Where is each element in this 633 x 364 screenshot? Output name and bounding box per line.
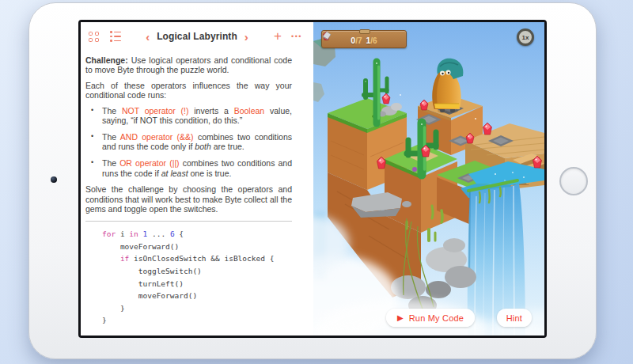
table-of-contents-icon[interactable]	[110, 31, 121, 42]
speed-button[interactable]: 1x	[517, 28, 534, 46]
code-line[interactable]: moveForward()	[102, 290, 292, 302]
page-title: Logical Labyrinth	[157, 31, 237, 42]
play-icon: ▶	[397, 314, 404, 322]
lesson-text: Challenge: Use logical operators and con…	[81, 51, 313, 327]
desktop-background: ‹ Logical Labyrinth › + ••• Challenge: U…	[0, 0, 633, 364]
gem-counter: 0/7	[351, 32, 362, 47]
ipad-frame: ‹ Logical Labyrinth › + ••• Challenge: U…	[28, 2, 597, 359]
operator-list: The NOT operator (!) inverts a Boolean v…	[85, 106, 292, 178]
toolbar: ‹ Logical Labyrinth › + •••	[81, 22, 313, 51]
code-line[interactable]: toggleSwitch()	[102, 265, 292, 278]
hint-button[interactable]: Hint	[497, 309, 532, 327]
app-screen: ‹ Logical Labyrinth › + ••• Challenge: U…	[78, 20, 547, 338]
operators-paragraph: Each of these operators influences the w…	[85, 81, 292, 100]
add-icon[interactable]: +	[274, 29, 282, 43]
lesson-panel: ‹ Logical Labyrinth › + ••• Challenge: U…	[81, 22, 313, 336]
code-editor[interactable]: for i in 1 ... 6 { moveForward() if isOn…	[102, 228, 292, 327]
chevron-right-icon[interactable]: ›	[244, 31, 248, 43]
bullet-not-operator: The NOT operator (!) inverts a Boolean v…	[85, 106, 292, 126]
run-my-code-button[interactable]: ▶ Run My Code	[386, 309, 475, 327]
chevron-left-icon[interactable]: ‹	[146, 31, 150, 43]
code-line[interactable]: if isOnClosedSwitch && isBlocked {	[102, 252, 292, 265]
code-line[interactable]: moveForward()	[102, 241, 292, 253]
bullet-and-operator: The AND operator (&&) combines two condi…	[85, 132, 292, 152]
grid-view-icon[interactable]	[89, 32, 99, 42]
progress-sign: 0/7 1/6	[321, 30, 407, 48]
switch-counter: 1/6	[366, 32, 377, 47]
code-line[interactable]: }	[102, 302, 292, 315]
solve-paragraph: Solve the challenge by choosing the oper…	[85, 184, 292, 214]
puzzle-world-canvas[interactable]: 0/7 1/6 1x ▶ Run My Code Hint	[313, 22, 544, 336]
challenge-paragraph: Challenge: Use logical operators and con…	[85, 55, 292, 75]
run-button-label: Run My Code	[409, 313, 464, 323]
divider	[85, 221, 292, 222]
more-options-icon[interactable]: •••	[291, 33, 302, 40]
code-line[interactable]: }	[102, 314, 292, 327]
flower	[412, 167, 417, 172]
hint-button-label: Hint	[506, 313, 522, 323]
puzzle-world-scene	[313, 22, 544, 336]
code-line[interactable]: for i in 1 ... 6 {	[102, 228, 292, 241]
bullet-or-operator: The OR operator (||) combines two condit…	[85, 158, 292, 178]
switch-icon	[322, 31, 332, 40]
camera-icon	[51, 176, 57, 183]
code-line[interactable]: turnLeft()	[102, 278, 292, 290]
home-button[interactable]	[559, 167, 588, 195]
